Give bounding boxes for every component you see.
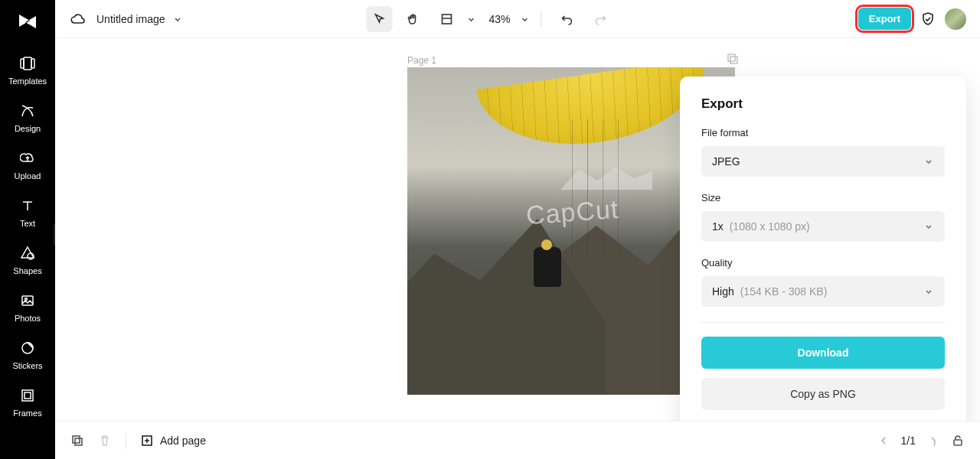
copy-png-button[interactable]: Copy as PNG bbox=[701, 378, 945, 410]
design-icon bbox=[19, 103, 36, 119]
resize-dropdown-icon[interactable] bbox=[467, 15, 475, 23]
sidebar-item-label: Stickers bbox=[12, 361, 42, 370]
photos-icon bbox=[19, 292, 36, 309]
sidebar-item-shapes[interactable]: Shapes bbox=[0, 237, 55, 285]
canvas-image-snow bbox=[560, 167, 652, 190]
quality-value: High bbox=[712, 285, 734, 298]
svg-rect-16 bbox=[954, 440, 962, 445]
stickers-icon bbox=[19, 340, 36, 356]
delete-icon[interactable] bbox=[98, 434, 112, 448]
add-page-label: Add page bbox=[160, 435, 206, 447]
sidebar-item-design[interactable]: Design bbox=[0, 95, 55, 142]
svg-rect-8 bbox=[22, 390, 33, 401]
svg-rect-14 bbox=[75, 438, 82, 445]
page-indicator: 1/1 bbox=[901, 435, 916, 447]
quality-label: Quality bbox=[701, 257, 945, 269]
sidebar-item-frames[interactable]: Frames bbox=[0, 379, 55, 427]
svg-rect-13 bbox=[73, 436, 80, 443]
sidebar-item-label: Text bbox=[20, 219, 35, 228]
bottom-right-controls: 1/1 bbox=[878, 434, 965, 448]
layers-icon[interactable] bbox=[726, 52, 740, 66]
sidebar-item-photos[interactable]: Photos bbox=[0, 285, 55, 332]
top-toolbar: Untitled image 43% Export bbox=[55, 0, 980, 38]
sidebar-item-label: Frames bbox=[13, 409, 41, 418]
zoom-level[interactable]: 43% bbox=[488, 13, 510, 25]
lock-icon[interactable] bbox=[951, 434, 965, 448]
svg-rect-9 bbox=[24, 392, 31, 399]
next-page-button[interactable] bbox=[928, 435, 939, 446]
chevron-down-icon bbox=[923, 286, 934, 297]
format-value: JPEG bbox=[712, 155, 740, 168]
svg-rect-12 bbox=[730, 57, 737, 63]
chevron-down-icon bbox=[923, 221, 934, 232]
cloud-sync-icon[interactable] bbox=[69, 11, 86, 28]
format-select[interactable]: JPEG bbox=[701, 146, 945, 177]
upload-icon bbox=[19, 150, 36, 167]
select-tool[interactable] bbox=[366, 6, 392, 32]
svg-rect-5 bbox=[22, 296, 33, 305]
left-sidebar: Templates Design Upload Text Shapes Phot… bbox=[0, 0, 55, 459]
add-page-button[interactable]: Add page bbox=[140, 434, 206, 448]
text-icon bbox=[19, 197, 36, 214]
sidebar-item-label: Templates bbox=[8, 76, 47, 86]
canvas-image-paraglider bbox=[480, 73, 710, 158]
sidebar-item-label: Shapes bbox=[13, 266, 41, 275]
sidebar-item-label: Photos bbox=[15, 314, 41, 323]
sidebar-item-label: Upload bbox=[15, 171, 41, 181]
canvas-area[interactable]: Page 1 CapCut Export File format JPEG Si… bbox=[55, 38, 980, 421]
add-page-icon bbox=[140, 434, 154, 448]
sidebar-item-label: Design bbox=[15, 124, 41, 133]
export-panel: Export File format JPEG Size 1x (1080 x … bbox=[680, 76, 966, 421]
center-tools: 43% bbox=[366, 6, 613, 32]
chevron-down-icon bbox=[923, 156, 934, 167]
frames-icon bbox=[19, 387, 36, 404]
bottom-bar: Add page 1/1 bbox=[55, 421, 980, 459]
svg-rect-1 bbox=[21, 59, 24, 68]
quality-detail: (154 KB - 308 KB) bbox=[740, 285, 828, 298]
shapes-icon bbox=[19, 245, 36, 262]
app-logo[interactable] bbox=[12, 6, 43, 37]
size-detail: (1080 x 1080 px) bbox=[730, 220, 810, 233]
size-select[interactable]: 1x (1080 x 1080 px) bbox=[701, 211, 945, 242]
title-dropdown-icon[interactable] bbox=[173, 15, 182, 24]
download-button[interactable]: Download bbox=[701, 337, 945, 369]
zoom-dropdown-icon[interactable] bbox=[521, 15, 529, 23]
document-title[interactable]: Untitled image bbox=[96, 13, 165, 25]
top-right-controls: Export bbox=[858, 8, 966, 30]
shield-icon[interactable] bbox=[920, 11, 936, 27]
prev-page-button[interactable] bbox=[878, 435, 889, 446]
export-button[interactable]: Export bbox=[858, 8, 911, 30]
panel-divider bbox=[701, 322, 945, 323]
quality-select[interactable]: High (154 KB - 308 KB) bbox=[701, 276, 945, 307]
format-label: File format bbox=[701, 127, 945, 138]
main-area: Untitled image 43% Export Page 1 bbox=[55, 0, 980, 459]
svg-rect-2 bbox=[31, 59, 34, 68]
user-avatar[interactable] bbox=[945, 8, 966, 30]
svg-rect-10 bbox=[442, 15, 451, 24]
sidebar-item-text[interactable]: Text bbox=[0, 190, 55, 237]
templates-icon bbox=[19, 55, 36, 72]
export-title: Export bbox=[701, 96, 945, 112]
undo-button[interactable] bbox=[554, 6, 580, 32]
page-label: Page 1 bbox=[407, 55, 436, 66]
sidebar-item-upload[interactable]: Upload bbox=[0, 142, 55, 190]
size-label: Size bbox=[701, 192, 945, 203]
bottom-divider bbox=[126, 432, 126, 449]
svg-rect-0 bbox=[24, 57, 31, 70]
redo-button[interactable] bbox=[588, 6, 614, 32]
resize-tool[interactable] bbox=[433, 6, 459, 32]
canvas-image-person bbox=[534, 247, 561, 287]
size-value: 1x bbox=[712, 220, 724, 233]
duplicate-icon[interactable] bbox=[70, 434, 84, 448]
toolbar-divider bbox=[541, 11, 542, 27]
hand-tool[interactable] bbox=[400, 6, 426, 32]
sidebar-item-templates[interactable]: Templates bbox=[0, 47, 55, 95]
sidebar-item-stickers[interactable]: Stickers bbox=[0, 332, 55, 379]
svg-rect-11 bbox=[728, 54, 735, 61]
